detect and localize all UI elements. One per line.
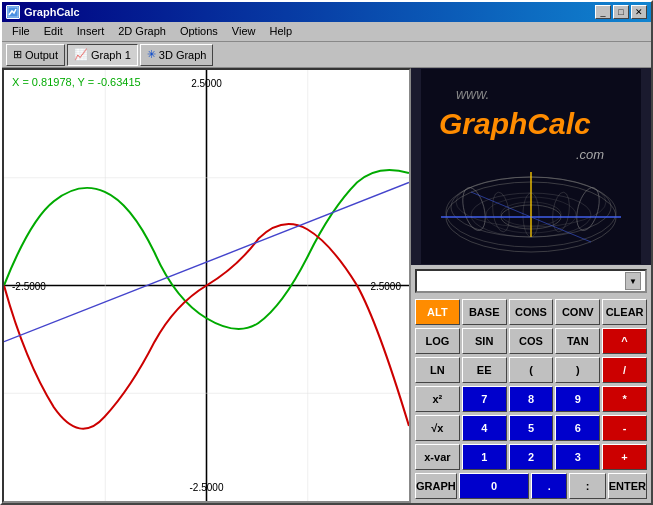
btn-row-6: x-var 1 2 3 +	[415, 444, 647, 470]
close-paren-button[interactable]: )	[555, 357, 600, 383]
btn-row-4: x² 7 8 9 *	[415, 386, 647, 412]
open-paren-button[interactable]: (	[509, 357, 554, 383]
menu-edit[interactable]: Edit	[38, 24, 69, 39]
btn-row-2: LOG SIN COS TAN ^	[415, 328, 647, 354]
2-button[interactable]: 2	[509, 444, 554, 470]
svg-text:GraphCalc: GraphCalc	[439, 107, 591, 140]
right-panel: www. GraphCalc .com	[411, 68, 651, 503]
output-tab[interactable]: ⊞ Output	[6, 44, 65, 66]
xvar-button[interactable]: x-var	[415, 444, 460, 470]
cons-button[interactable]: CONS	[509, 299, 554, 325]
alt-button[interactable]: ALT	[415, 299, 460, 325]
colon-button[interactable]: :	[569, 473, 605, 499]
titlebar-left: GraphCalc	[6, 5, 80, 19]
divide-button[interactable]: /	[602, 357, 647, 383]
minimize-button[interactable]: _	[595, 5, 611, 19]
sqrt-button[interactable]: √x	[415, 415, 460, 441]
btn-row-bottom: GRAPH 0 . : ENTER	[415, 473, 647, 499]
app-icon	[6, 5, 20, 19]
subtract-button[interactable]: -	[602, 415, 647, 441]
display-dropdown[interactable]: ▼	[625, 272, 641, 290]
graph-area[interactable]: X = 0.81978, Y = -0.63415 2.5000 -2.5000…	[2, 68, 411, 503]
svg-text:.com: .com	[576, 147, 604, 162]
logo-svg: www. GraphCalc .com	[421, 69, 641, 264]
0-button[interactable]: 0	[459, 473, 530, 499]
btn-row-5: √x 4 5 6 -	[415, 415, 647, 441]
conv-button[interactable]: CONV	[555, 299, 600, 325]
svg-text:www.: www.	[456, 86, 489, 102]
output-icon: ⊞	[13, 48, 22, 61]
7-button[interactable]: 7	[462, 386, 507, 412]
titlebar-buttons: _ □ ✕	[595, 5, 647, 19]
logo-area: www. GraphCalc .com	[411, 68, 651, 265]
btn-row-3: LN EE ( ) /	[415, 357, 647, 383]
6-button[interactable]: 6	[555, 415, 600, 441]
x-axis-negative-label: -2.5000	[12, 280, 46, 291]
3-button[interactable]: 3	[555, 444, 600, 470]
5-button[interactable]: 5	[509, 415, 554, 441]
3dgraph-label: 3D Graph	[159, 49, 207, 61]
main-content: X = 0.81978, Y = -0.63415 2.5000 -2.5000…	[2, 68, 651, 503]
clear-button[interactable]: CLEAR	[602, 299, 647, 325]
close-button[interactable]: ✕	[631, 5, 647, 19]
y-axis-positive-label: 2.5000	[191, 78, 222, 89]
ee-button[interactable]: EE	[462, 357, 507, 383]
sin-button[interactable]: SIN	[462, 328, 507, 354]
3dgraph-icon: ✳	[147, 48, 156, 61]
menu-help[interactable]: Help	[264, 24, 299, 39]
y-axis-negative-label: -2.5000	[190, 482, 224, 493]
graph1-label: Graph 1	[91, 49, 131, 61]
main-window: GraphCalc _ □ ✕ File Edit Insert 2D Grap…	[0, 0, 653, 505]
base-button[interactable]: BASE	[462, 299, 507, 325]
8-button[interactable]: 8	[509, 386, 554, 412]
menu-2dgraph[interactable]: 2D Graph	[112, 24, 172, 39]
menu-insert[interactable]: Insert	[71, 24, 111, 39]
multiply-button[interactable]: *	[602, 386, 647, 412]
x-axis-positive-label: 2.5000	[370, 280, 401, 291]
ln-button[interactable]: LN	[415, 357, 460, 383]
tan-button[interactable]: TAN	[555, 328, 600, 354]
cos-button[interactable]: COS	[509, 328, 554, 354]
9-button[interactable]: 9	[555, 386, 600, 412]
4-button[interactable]: 4	[462, 415, 507, 441]
btn-row-1: ALT BASE CONS CONV CLEAR	[415, 299, 647, 325]
add-button[interactable]: +	[602, 444, 647, 470]
graph-button[interactable]: GRAPH	[415, 473, 457, 499]
output-label: Output	[25, 49, 58, 61]
log-button[interactable]: LOG	[415, 328, 460, 354]
maximize-button[interactable]: □	[613, 5, 629, 19]
square-button[interactable]: x²	[415, 386, 460, 412]
toolbar: ⊞ Output 📈 Graph 1 ✳ 3D Graph	[2, 42, 651, 68]
graph1-tab[interactable]: 📈 Graph 1	[67, 44, 138, 66]
titlebar-title: GraphCalc	[24, 6, 80, 18]
coords-display: X = 0.81978, Y = -0.63415	[12, 76, 141, 88]
3dgraph-tab[interactable]: ✳ 3D Graph	[140, 44, 214, 66]
menubar: File Edit Insert 2D Graph Options View H…	[2, 22, 651, 42]
graph-svg	[4, 70, 409, 501]
menu-view[interactable]: View	[226, 24, 262, 39]
menu-options[interactable]: Options	[174, 24, 224, 39]
menu-file[interactable]: File	[6, 24, 36, 39]
enter-button[interactable]: ENTER	[608, 473, 647, 499]
calc-display[interactable]: ▼	[415, 269, 647, 293]
1-button[interactable]: 1	[462, 444, 507, 470]
calc-panel: ▼ ALT BASE CONS CONV CLEAR LOG SIN COS T…	[411, 265, 651, 503]
power-button[interactable]: ^	[602, 328, 647, 354]
dot-button[interactable]: .	[531, 473, 567, 499]
graph1-icon: 📈	[74, 48, 88, 61]
titlebar: GraphCalc _ □ ✕	[2, 2, 651, 22]
